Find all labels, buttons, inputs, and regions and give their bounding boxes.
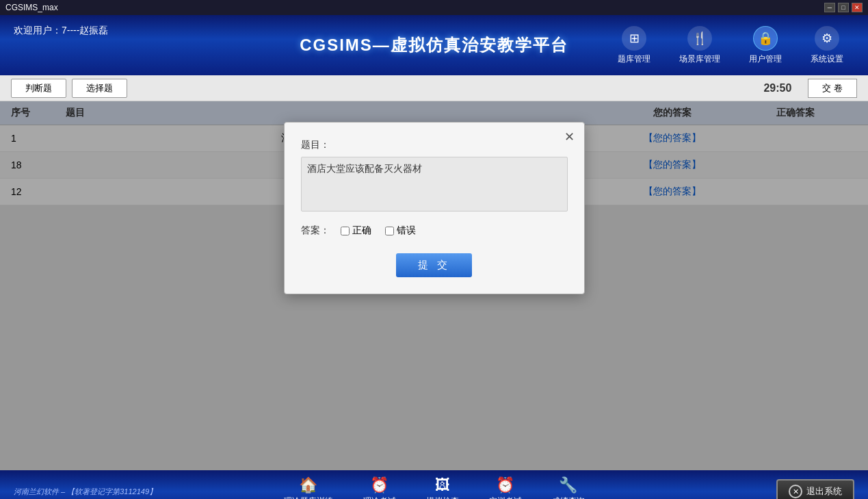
theory-exam-icon: ⏰ [370, 476, 389, 494]
radio-wrong-label: 错误 [397, 225, 416, 237]
footer-nav: 🏠 理论题库训练 ⏰ 理论考试 🖼 模拟检查 ⏰ 实训考试 🔧 成绩查询 [276, 474, 593, 500]
nav-system-settings[interactable]: ⚙ 系统设置 [800, 21, 854, 71]
header: 欢迎用户：7----赵振磊 CGSIMS—虚拟仿真治安教学平台 ⊞ 题库管理 🍴… [0, 15, 868, 75]
radio-wrong[interactable]: 错误 [385, 225, 416, 237]
theory-exam-label: 理论考试 [363, 496, 396, 500]
submit-button[interactable]: 交 卷 [808, 79, 857, 98]
question-bank-label: 题库管理 [618, 53, 650, 65]
system-settings-label: 系统设置 [811, 53, 843, 65]
user-mgmt-label: 用户管理 [749, 53, 782, 65]
checkbox-correct[interactable] [341, 227, 350, 235]
modal-overlay: ✕ 题目： 酒店大堂应该配备灭火器材 答案： 正确 错误 [0, 101, 868, 470]
modal-dialog: ✕ 题目： 酒店大堂应该配备灭火器材 答案： 正确 错误 [284, 122, 585, 294]
question-bank-icon: ⊞ [622, 26, 646, 51]
footer-nav-practical-exam[interactable]: ⏰ 实训考试 [481, 474, 530, 500]
footer-nav-grade-query[interactable]: 🔧 成绩查询 [544, 474, 593, 500]
modal-question-textarea[interactable]: 酒店大堂应该配备灭火器材 [301, 157, 568, 212]
footer: 河南兰幻软件 – 【软著登记字第3112149】 🏠 理论题库训练 ⏰ 理论考试… [0, 470, 868, 499]
minimize-button[interactable]: ─ [824, 3, 835, 12]
modal-answer-label: 答案： [301, 225, 330, 237]
nav-question-bank[interactable]: ⊞ 题库管理 [607, 21, 661, 71]
practical-exam-label: 实训考试 [489, 496, 522, 500]
theory-train-icon: 🏠 [299, 476, 317, 494]
user-mgmt-icon: 🔒 [753, 26, 778, 51]
titlebar-title: CGSIMS_max [5, 3, 824, 12]
footer-nav-theory-train[interactable]: 🏠 理论题库训练 [276, 474, 341, 500]
radio-correct[interactable]: 正确 [341, 225, 371, 237]
exit-circle-icon: ✕ [789, 485, 802, 498]
modal-submit-row: 提 交 [301, 253, 568, 277]
footer-exit: ✕ 退出系统 [776, 479, 854, 499]
titlebar: CGSIMS_max ─ □ ✕ [0, 0, 868, 15]
nav-scene-bank[interactable]: 🍴 场景库管理 [668, 21, 731, 71]
modal-answer-row: 答案： 正确 错误 [301, 225, 568, 237]
exit-button[interactable]: ✕ 退出系统 [776, 479, 854, 499]
radio-group: 正确 错误 [341, 225, 416, 237]
main-content: 序号 题目 您的答案 正确答案 1 酒店大堂应该配备灭火器材 【您的答案】 18… [0, 101, 868, 470]
app-title: CGSIMS—虚拟仿真治安教学平台 [300, 34, 568, 56]
restore-button[interactable]: □ [838, 3, 849, 12]
nav-user-mgmt[interactable]: 🔒 用户管理 [738, 21, 793, 71]
mock-exam-label: 模拟检查 [426, 496, 459, 500]
modal-close-button[interactable]: ✕ [564, 129, 575, 144]
modal-title-label: 题目： [301, 139, 568, 151]
footer-nav-theory-exam[interactable]: ⏰ 理论考试 [355, 474, 404, 500]
modal-submit-button[interactable]: 提 交 [396, 253, 471, 277]
grade-query-label: 成绩查询 [552, 496, 585, 500]
footer-nav-mock-exam[interactable]: 🖼 模拟检查 [418, 474, 467, 500]
mock-exam-icon: 🖼 [435, 476, 450, 494]
system-settings-icon: ⚙ [815, 26, 839, 51]
practical-exam-icon: ⏰ [496, 476, 514, 494]
header-nav: ⊞ 题库管理 🍴 场景库管理 🔒 用户管理 ⚙ 系统设置 [607, 21, 854, 71]
tab-choice[interactable]: 选择题 [72, 79, 127, 98]
titlebar-controls: ─ □ ✕ [824, 3, 863, 12]
theory-train-label: 理论题库训练 [284, 496, 333, 500]
welcome-text: 欢迎用户：7----赵振磊 [14, 25, 108, 37]
toolbar: 判断题 选择题 29:50 交 卷 [0, 75, 868, 101]
exit-label: 退出系统 [806, 485, 842, 498]
close-button[interactable]: ✕ [852, 3, 863, 12]
grade-query-icon: 🔧 [559, 476, 577, 494]
tab-judgement[interactable]: 判断题 [11, 79, 66, 98]
checkbox-wrong[interactable] [385, 227, 394, 235]
radio-correct-label: 正确 [352, 225, 371, 237]
copyright-text: 河南兰幻软件 – 【软著登记字第3112149】 [14, 487, 157, 497]
scene-bank-icon: 🍴 [687, 26, 712, 51]
timer-display: 29:50 [763, 82, 791, 94]
scene-bank-label: 场景库管理 [679, 53, 720, 65]
